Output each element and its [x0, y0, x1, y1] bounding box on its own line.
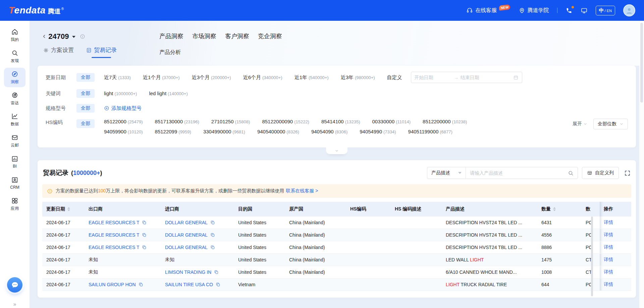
hs-all-chip[interactable]: 全部: [76, 119, 95, 128]
custom-columns-button[interactable]: 自定义列: [582, 167, 619, 179]
company-link[interactable]: LIMSON TRADING IN: [165, 269, 211, 275]
hs-code-option[interactable]: 94059900(10120): [104, 129, 143, 135]
date-option[interactable]: 近6个月(340000+): [243, 74, 282, 81]
digits-select[interactable]: 全部位数: [593, 119, 628, 129]
hs-code-option[interactable]: 85122099(9959): [155, 129, 191, 135]
hs-code-option[interactable]: 85122000090(15222): [262, 119, 309, 125]
sidebar-item-data[interactable]: 数据: [4, 110, 25, 129]
sidebar-item-crm[interactable]: CRM: [4, 173, 25, 193]
chevron-down-icon[interactable]: [72, 36, 75, 38]
date-option[interactable]: 近1个月(37000+): [143, 74, 180, 81]
chat-support-button[interactable]: [7, 277, 22, 293]
copy-icon[interactable]: [142, 220, 147, 225]
online-service-link[interactable]: 在线客服 NEW: [466, 7, 510, 14]
company-link[interactable]: DOLLAR GENERAL: [165, 220, 208, 225]
date-option[interactable]: 近1年(540000+): [294, 74, 329, 81]
company-link[interactable]: DOLLAR GENERAL: [165, 245, 208, 250]
detail-link[interactable]: 详情: [604, 244, 613, 250]
hs-code-option[interactable]: 8512200000(10238): [423, 119, 467, 125]
back-icon[interactable]: ‹: [43, 33, 45, 40]
detail-link[interactable]: 详情: [604, 269, 613, 274]
hs-code-option[interactable]: 94054090(8306): [311, 129, 347, 135]
column-header-quantity[interactable]: 数量: [537, 202, 582, 217]
nav-tab-1[interactable]: 市场洞察: [192, 32, 216, 40]
hs-code-option[interactable]: 00330000(11014): [372, 119, 411, 125]
filter-collapse-tab[interactable]: [326, 147, 347, 154]
tab-product-analysis[interactable]: 产品分析: [159, 49, 181, 56]
copy-icon[interactable]: [142, 233, 147, 237]
hs-code-option[interactable]: 85122000(25479): [104, 119, 143, 125]
copy-icon[interactable]: [142, 245, 147, 250]
academy-link[interactable]: 腾道学院: [519, 7, 549, 14]
sidebar-item-mine[interactable]: 我的: [4, 25, 25, 45]
hs-code-option[interactable]: 27101250(15808): [211, 119, 250, 125]
avatar[interactable]: [623, 4, 635, 16]
nav-tab-3[interactable]: 竞企洞察: [258, 32, 282, 40]
table-vertical-scrollbar[interactable]: [591, 217, 593, 296]
end-date-input[interactable]: [461, 75, 498, 80]
hs-code-option[interactable]: 94051199000(6877): [408, 129, 452, 135]
hs-code-option[interactable]: 9405400000(8326): [257, 129, 299, 135]
keyword-option[interactable]: light(1000000+): [104, 90, 137, 97]
hs-code-option[interactable]: 3304990000(9681): [203, 129, 245, 135]
sort-icon[interactable]: [67, 207, 70, 211]
sidebar-item-radar[interactable]: 雷达: [4, 89, 25, 108]
company-link[interactable]: DOLLAR GENERAL: [165, 232, 208, 238]
detail-link[interactable]: 详情: [604, 282, 613, 287]
company-link[interactable]: SAILUN GROUP HON: [89, 282, 136, 287]
hs-code-option[interactable]: 8517130000(23196): [155, 119, 199, 125]
keyword-all-chip[interactable]: 全部: [76, 89, 95, 98]
expand-toggle[interactable]: 展开: [573, 121, 587, 127]
workbench-button[interactable]: [581, 7, 588, 14]
contact-support-link[interactable]: 联系在线客服 >: [286, 188, 318, 193]
search-field-select[interactable]: 产品描述: [427, 167, 466, 179]
copy-icon[interactable]: [214, 270, 219, 274]
info-icon[interactable]: [80, 34, 85, 39]
spec-all-chip[interactable]: 全部: [76, 104, 95, 113]
date-all-chip[interactable]: 全部: [76, 73, 95, 82]
hs-code-option[interactable]: 94054990(7334): [360, 129, 396, 135]
add-spec-button[interactable]: 添加规格型号: [104, 105, 142, 112]
tendata-logo[interactable]: Tendata 腾道 ®: [9, 5, 64, 16]
detail-link[interactable]: 详情: [604, 232, 613, 237]
keyword-option[interactable]: led light(140000+): [149, 90, 187, 97]
sidebar-item-mail[interactable]: 云邮: [4, 131, 25, 150]
language-switch[interactable]: 中/ EN: [596, 6, 615, 15]
date-option[interactable]: 近3年(980000+): [341, 74, 375, 81]
plan-selector[interactable]: ‹ 24709: [38, 21, 85, 41]
copy-icon[interactable]: [139, 282, 143, 287]
page-scrollbar-thumb[interactable]: [640, 23, 643, 103]
tab-trade-records[interactable]: 贸易记录: [86, 46, 117, 58]
detail-link[interactable]: 详情: [604, 220, 613, 225]
company-link[interactable]: EAGLE RESOURCES T: [89, 220, 139, 225]
product-search-input[interactable]: [466, 170, 567, 176]
date-option[interactable]: 近3个月(200000+): [192, 74, 231, 81]
sidebar-item-bi[interactable]: BI: [4, 152, 25, 172]
search-icon[interactable]: [567, 170, 578, 176]
sidebar-item-apps[interactable]: 应用: [4, 194, 25, 214]
copy-icon[interactable]: [210, 233, 215, 237]
calendar-icon[interactable]: [513, 75, 519, 80]
copy-icon[interactable]: [210, 220, 215, 225]
custom-date-option[interactable]: 自定义: [387, 74, 402, 81]
start-date-input[interactable]: [415, 75, 452, 80]
nav-tab-0[interactable]: 产品洞察: [159, 32, 183, 40]
fullscreen-button[interactable]: [624, 170, 631, 176]
copy-icon[interactable]: [210, 245, 215, 250]
sidebar-item-insight[interactable]: 洞察: [4, 68, 25, 87]
contact-phone-button[interactable]: [566, 7, 573, 14]
date-range-picker[interactable]: →: [411, 72, 522, 83]
hs-code-option[interactable]: 85414100(13235): [321, 119, 360, 125]
date-option[interactable]: 近7天(1333): [104, 74, 131, 81]
copy-icon[interactable]: [216, 282, 220, 287]
sidebar-item-discover[interactable]: 发现: [4, 47, 25, 66]
company-link[interactable]: EAGLE RESOURCES T: [89, 232, 139, 238]
company-link[interactable]: EAGLE RESOURCES T: [89, 245, 139, 250]
nav-tab-2[interactable]: 客户洞察: [225, 32, 249, 40]
detail-link[interactable]: 详情: [604, 257, 613, 262]
company-link[interactable]: SAILUN TIRE USA CO: [165, 282, 213, 287]
sidebar-collapse-toggle[interactable]: »: [13, 301, 16, 307]
column-header-update-date[interactable]: 更新日期: [42, 202, 85, 217]
sort-icon[interactable]: [553, 207, 556, 211]
tab-plan-settings[interactable]: 方案设置: [43, 46, 74, 58]
